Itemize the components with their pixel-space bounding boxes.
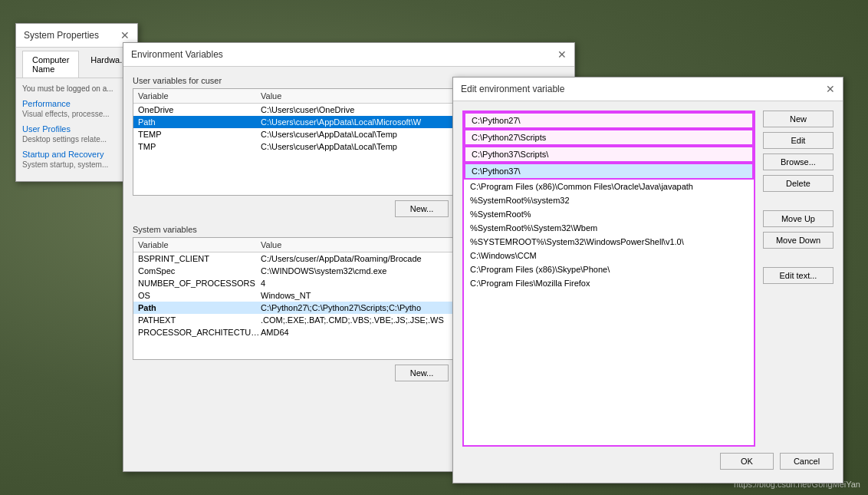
sys-new-btn[interactable]: New... — [395, 365, 449, 381]
user-col-val: Value — [261, 91, 281, 101]
edit-list-item-11[interactable]: C:\Program Files\Mozilla Firefox — [464, 276, 754, 290]
edit-move-down-btn[interactable]: Move Down — [763, 232, 833, 249]
edit-list-item-4[interactable]: C:\Program Files (x86)\Common Files\Orac… — [464, 180, 754, 193]
edit-list-item-5[interactable]: %SystemRoot%\system32 — [464, 193, 754, 207]
edit-list-item-9[interactable]: C:\Windows\CCM — [464, 249, 754, 262]
edit-ok-btn[interactable]: OK — [720, 453, 774, 470]
system-properties-content: You must be logged on a... Performance V… — [16, 78, 137, 181]
admin-note: You must be logged on a... — [22, 84, 131, 93]
env-vars-close[interactable]: ✕ — [557, 49, 567, 60]
edit-new-btn[interactable]: New — [763, 111, 833, 127]
system-properties-close[interactable]: ✕ — [120, 30, 130, 41]
system-properties-titlebar: System Properties ✕ — [16, 24, 137, 48]
system-properties-tabs: Computer Name Hardwa... — [16, 48, 137, 78]
edit-move-up-btn[interactable]: Move Up — [763, 210, 833, 227]
env-vars-title: Environment Variables — [131, 49, 223, 60]
edit-env-title: Edit environment variable — [461, 84, 564, 94]
edit-env-list: C:\Python27\ C:\Python27\Scripts C:\Pyth… — [462, 111, 755, 447]
edit-list-item-8[interactable]: %SYSTEMROOT%\System32\WindowsPowerShell\… — [464, 235, 754, 249]
user-profiles-desc: Desktop settings relate... — [22, 135, 131, 144]
edit-list-item-7[interactable]: %SystemRoot%\System32\Wbem — [464, 221, 754, 235]
edit-list-item-1[interactable]: C:\Python27\Scripts — [464, 129, 754, 146]
edit-list-item-3[interactable]: C:\Python37\ — [464, 163, 754, 180]
edit-env-bottom-btns: OK Cancel — [462, 453, 833, 470]
edit-env-inner: C:\Python27\ C:\Python27\Scripts C:\Pyth… — [462, 111, 833, 447]
startup-link[interactable]: Startup and Recovery — [22, 150, 131, 159]
system-properties-dialog: System Properties ✕ Computer Name Hardwa… — [15, 23, 138, 182]
user-col-var: Variable — [138, 91, 261, 101]
edit-browse-btn[interactable]: Browse... — [763, 153, 833, 170]
edit-cancel-btn[interactable]: Cancel — [780, 453, 833, 470]
sys-col-val: Value — [261, 240, 281, 249]
edit-env-list-area: C:\Python27\ C:\Python27\Scripts C:\Pyth… — [462, 111, 755, 447]
edit-list-item-10[interactable]: C:\Program Files (x86)\Skype\Phone\ — [464, 262, 754, 276]
edit-env-titlebar: Edit environment variable ✕ — [453, 78, 843, 101]
edit-env-content: C:\Python27\ C:\Python27\Scripts C:\Pyth… — [453, 101, 843, 479]
performance-desc: Visual effects, processe... — [22, 110, 131, 118]
edit-list-item-2[interactable]: C:\Python37\Scripts\ — [464, 146, 754, 163]
user-new-btn[interactable]: New... — [395, 200, 449, 217]
performance-link[interactable]: Performance — [22, 99, 131, 108]
user-profiles-link[interactable]: User Profiles — [22, 124, 131, 134]
tab-computer-name[interactable]: Computer Name — [22, 51, 79, 78]
edit-text-btn[interactable]: Edit text... — [763, 267, 833, 284]
system-properties-title: System Properties — [24, 30, 99, 41]
edit-env-close[interactable]: ✕ — [826, 84, 835, 94]
edit-edit-btn[interactable]: Edit — [763, 132, 833, 149]
sys-col-var: Variable — [138, 240, 261, 249]
edit-list-item-6[interactable]: %SystemRoot% — [464, 207, 754, 221]
edit-delete-btn[interactable]: Delete — [763, 175, 833, 192]
edit-env-side-btns: New Edit Browse... Delete Move Up Move D… — [763, 111, 833, 447]
startup-desc: System startup, system... — [22, 160, 131, 169]
env-vars-titlebar: Environment Variables ✕ — [123, 43, 574, 67]
edit-list-item-0[interactable]: C:\Python27\ — [464, 112, 754, 129]
edit-env-dialog: Edit environment variable ✕ C:\Python27\… — [452, 77, 843, 483]
